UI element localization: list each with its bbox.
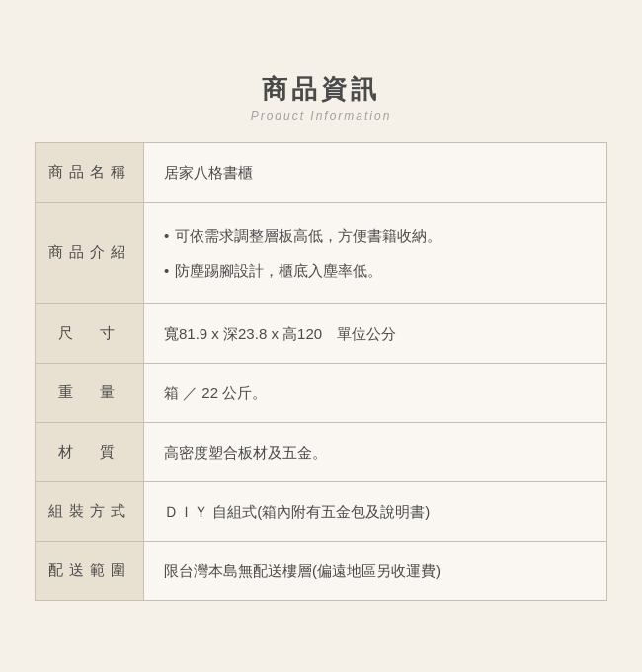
page-title: 商品資訊 [35, 72, 607, 107]
row-label: 材 質 [36, 423, 144, 481]
row-value: •可依需求調整層板高低，方便書籍收納。•防塵踢腳設計，櫃底入塵率低。 [144, 203, 606, 303]
table-row: 重 量箱 ／ 22 公斤。 [36, 364, 606, 423]
row-label: 配送範圍 [36, 542, 144, 600]
row-value: 箱 ／ 22 公斤。 [144, 364, 606, 422]
row-value: 高密度塑合板材及五金。 [144, 423, 606, 481]
row-label: 組裝方式 [36, 482, 144, 541]
row-value: ＤＩＹ 自組式(箱內附有五金包及說明書) [144, 482, 606, 541]
page-subtitle: Product Information [35, 109, 607, 123]
table-row: 配送範圍限台灣本島無配送樓層(偏遠地區另收運費) [36, 542, 606, 600]
row-label: 商品名稱 [36, 143, 144, 202]
description-text: 可依需求調整層板高低，方便書籍收納。 [175, 222, 441, 249]
row-value: 居家八格書櫃 [144, 143, 606, 202]
table-row: 尺 寸寬81.9 x 深23.8 x 高120 單位公分 [36, 304, 606, 364]
row-value: 限台灣本島無配送樓層(偏遠地區另收運費) [144, 542, 606, 600]
table-row: 商品介紹•可依需求調整層板高低，方便書籍收納。•防塵踢腳設計，櫃底入塵率低。 [36, 203, 606, 304]
table-row: 材 質高密度塑合板材及五金。 [36, 423, 606, 482]
row-label: 重 量 [36, 364, 144, 422]
row-label: 尺 寸 [36, 304, 144, 363]
page-header: 商品資訊 Product Information [35, 72, 607, 123]
description-item: •防塵踢腳設計，櫃底入塵率低。 [164, 257, 382, 284]
bullet-icon: • [164, 257, 169, 284]
table-row: 商品名稱居家八格書櫃 [36, 143, 606, 203]
description-item: •可依需求調整層板高低，方便書籍收納。 [164, 222, 441, 249]
table-row: 組裝方式ＤＩＹ 自組式(箱內附有五金包及說明書) [36, 482, 606, 542]
row-value: 寬81.9 x 深23.8 x 高120 單位公分 [144, 304, 606, 363]
product-info-container: 商品資訊 Product Information 商品名稱居家八格書櫃商品介紹•… [25, 52, 617, 621]
row-label: 商品介紹 [36, 203, 144, 303]
product-table: 商品名稱居家八格書櫃商品介紹•可依需求調整層板高低，方便書籍收納。•防塵踢腳設計… [35, 142, 607, 601]
bullet-icon: • [164, 222, 169, 249]
description-text: 防塵踢腳設計，櫃底入塵率低。 [175, 257, 382, 284]
